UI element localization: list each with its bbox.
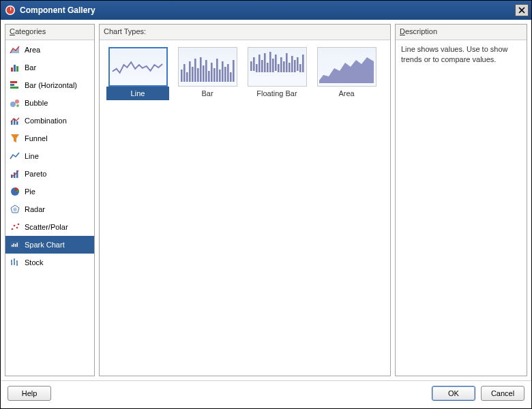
category-label: Radar — [25, 205, 45, 213]
svg-rect-65 — [294, 60, 296, 72]
chart-type-label: Area — [315, 87, 378, 100]
svg-rect-52 — [258, 55, 261, 72]
chart-type-tile[interactable]: Area — [315, 47, 378, 369]
ok-button[interactable]: OK — [432, 386, 475, 401]
chart-type-label: Bar — [176, 87, 239, 100]
svg-rect-3 — [14, 65, 16, 72]
svg-rect-54 — [264, 53, 266, 72]
category-label: Funnel — [25, 134, 48, 142]
category-item[interactable]: Scatter/Polar — [5, 218, 94, 236]
category-item[interactable]: Bar (Horizontal) — [5, 76, 94, 94]
category-label: Bubble — [25, 99, 48, 107]
svg-rect-66 — [297, 57, 299, 71]
chart-type-tile[interactable]: Bar — [176, 47, 239, 369]
category-label: Line — [25, 152, 39, 160]
spark-line-preview — [108, 47, 168, 87]
svg-rect-53 — [261, 60, 263, 72]
svg-rect-68 — [302, 55, 304, 72]
svg-rect-49 — [250, 61, 252, 71]
svg-rect-6 — [10, 84, 14, 86]
category-item[interactable]: Bubble — [5, 94, 94, 112]
area-icon — [10, 44, 20, 55]
dialog-footer: Help OK Cancel — [1, 380, 531, 405]
chart-type-tile[interactable]: Line — [106, 47, 169, 369]
categories-label-rest: ategories — [15, 27, 46, 35]
svg-rect-60 — [280, 57, 282, 72]
category-label: Combination — [25, 117, 67, 125]
svg-point-10 — [16, 104, 19, 107]
category-item[interactable]: Bar — [5, 59, 94, 76]
category-item[interactable]: Combination — [5, 112, 94, 130]
category-label: Spark Chart — [25, 241, 65, 249]
category-item[interactable]: Pie — [5, 183, 94, 200]
chart-type-label: Floating Bar — [246, 87, 308, 100]
svg-rect-51 — [256, 64, 258, 72]
description-text: Line shows values. Use to show trends or… — [396, 40, 527, 376]
svg-rect-43 — [219, 70, 221, 82]
category-item[interactable]: Area — [5, 41, 94, 59]
chart-type-tile[interactable]: Floating Bar — [246, 47, 308, 369]
category-item[interactable]: Spark Chart — [5, 236, 94, 254]
categories-list: AreaBarBar (Horizontal)BubbleCombination… — [5, 40, 94, 376]
bar-icon — [10, 62, 20, 73]
chart-types-panel: Chart Types: LineBarFloating BarArea — [99, 24, 391, 376]
help-button[interactable]: Help — [8, 386, 51, 401]
svg-rect-39 — [208, 71, 210, 82]
categories-header: Categories — [5, 25, 94, 40]
svg-rect-7 — [10, 87, 18, 89]
svg-rect-40 — [211, 63, 213, 82]
category-item[interactable]: Stock — [5, 254, 94, 271]
description-header: Description — [396, 25, 527, 40]
scatter-icon — [10, 222, 20, 232]
svg-rect-55 — [267, 63, 269, 72]
funnel-icon — [10, 133, 20, 144]
spark-floatingbar-preview — [248, 47, 307, 87]
dialog-content: Categories AreaBarBar (Horizontal)Bubble… — [1, 20, 531, 380]
description-panel: Description Line shows values. Use to sh… — [395, 24, 527, 376]
close-button[interactable] — [515, 4, 529, 16]
pareto-icon — [10, 168, 20, 179]
svg-point-23 — [18, 224, 20, 226]
svg-rect-47 — [230, 72, 232, 82]
svg-rect-37 — [203, 65, 205, 82]
window-title: Component Gallery — [20, 5, 515, 15]
app-icon — [5, 5, 16, 16]
svg-rect-2 — [11, 67, 13, 72]
svg-rect-27 — [15, 244, 16, 247]
category-label: Stock — [25, 258, 44, 267]
svg-rect-32 — [189, 61, 191, 82]
category-item[interactable]: Funnel — [5, 130, 94, 147]
chart-types-header: Chart Types: — [100, 25, 390, 40]
titlebar: Component Gallery — [1, 1, 531, 20]
svg-rect-45 — [224, 67, 226, 82]
svg-rect-61 — [283, 61, 285, 72]
line-icon — [10, 151, 20, 162]
svg-rect-35 — [197, 68, 199, 82]
category-item[interactable]: Radar — [5, 200, 94, 218]
radar-icon — [10, 204, 20, 215]
svg-point-9 — [15, 100, 19, 104]
category-label: Pie — [25, 187, 35, 196]
svg-rect-33 — [192, 67, 194, 82]
svg-rect-41 — [213, 68, 216, 82]
svg-rect-31 — [186, 72, 188, 82]
svg-rect-62 — [286, 53, 288, 72]
categories-panel: Categories AreaBarBar (Horizontal)Bubble… — [5, 24, 95, 376]
svg-rect-26 — [14, 243, 15, 247]
category-label: Pareto — [25, 170, 46, 178]
svg-rect-42 — [216, 59, 218, 82]
bubble-icon — [10, 97, 20, 108]
svg-rect-30 — [183, 64, 186, 82]
category-item[interactable]: Pareto — [5, 165, 94, 183]
svg-point-20 — [12, 228, 14, 230]
category-item[interactable]: Line — [5, 147, 94, 165]
category-label: Scatter/Polar — [25, 223, 68, 231]
category-label: Bar — [25, 63, 36, 72]
stock-icon — [10, 257, 20, 268]
svg-rect-34 — [194, 59, 196, 82]
svg-rect-36 — [200, 57, 202, 82]
spark-bar-preview — [178, 47, 237, 87]
svg-rect-59 — [278, 64, 280, 72]
svg-rect-28 — [17, 243, 18, 247]
cancel-button[interactable]: Cancel — [481, 386, 524, 401]
